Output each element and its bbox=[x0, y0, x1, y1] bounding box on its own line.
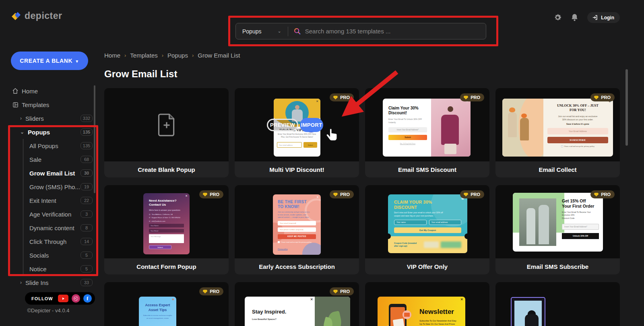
search-input[interactable] bbox=[305, 28, 486, 35]
settings-gear-icon[interactable] bbox=[553, 13, 562, 22]
mockup-line: Up To Date On Our News And Prices bbox=[419, 323, 455, 325]
pro-label: PRO bbox=[601, 192, 611, 197]
close-icon: ✕ bbox=[310, 298, 313, 301]
preview-button[interactable]: PREVIEW bbox=[267, 119, 298, 131]
popup-mockup: ✕ Need Assistance? Contact Us We're here… bbox=[143, 193, 190, 254]
pro-label: PRO bbox=[340, 192, 350, 197]
mockup-form: Your email address Submit bbox=[277, 142, 317, 148]
card-newsletter[interactable]: ✕ Newsletter Subscribe To Our Newsletter… bbox=[365, 282, 489, 326]
close-icon: ✕ bbox=[316, 196, 319, 198]
pro-badge: PRO bbox=[460, 190, 484, 198]
mockup-decor bbox=[520, 118, 529, 140]
import-button[interactable]: IMPORT bbox=[300, 118, 323, 132]
mockup-line: Enter Your Email To Unlock 30% OFF bbox=[388, 118, 422, 120]
card-title: Email Collect bbox=[539, 166, 576, 173]
card-multi-vip-discount[interactable]: PRO ✕ Unlock Your VIP Discount! Enter Yo… bbox=[235, 88, 359, 177]
mockup-decor bbox=[525, 314, 539, 326]
sidebar-item-notice[interactable]: Notice 5 bbox=[23, 262, 97, 276]
mockup-body: Subscribe To Our Newsletter And Stay Up … bbox=[419, 319, 460, 326]
pro-badge: PRO bbox=[590, 93, 615, 101]
breadcrumb-templates[interactable]: Templates bbox=[130, 52, 157, 59]
breadcrumb-home[interactable]: Home bbox=[104, 52, 120, 59]
youtube-icon[interactable] bbox=[58, 295, 68, 302]
mockup-decor bbox=[295, 105, 299, 109]
sidebar-item-sliders[interactable]: › Sliders 332 bbox=[0, 111, 97, 125]
page-scrollbar[interactable] bbox=[625, 69, 628, 146]
sidebar-item-label: Notice bbox=[29, 266, 80, 272]
card-access-expert-asset-tips[interactable]: PRO ⊗ Access Expert Asset Tips Subscribe… bbox=[104, 282, 229, 326]
close-icon: ▪ bbox=[542, 299, 543, 302]
sidebar-item-home[interactable]: Home bbox=[0, 84, 97, 98]
search-category-dropdown[interactable]: Popups ⌄ bbox=[236, 23, 288, 39]
sidebar-item-grow-email-list[interactable]: Grow Email List 30 bbox=[23, 166, 97, 180]
sidebar-item-popups[interactable]: ⌄ Popups 135 bbox=[0, 125, 97, 139]
chevron-right-icon: › bbox=[20, 280, 22, 285]
popup-mockup: ✕ Get 15% Off Your First Order Enter You… bbox=[513, 193, 603, 252]
card-stay-inspired[interactable]: PRO ✕ Stay Inspired. Love Beautiful Spac… bbox=[235, 282, 359, 326]
template-grid: Create Blank Popup PRO ✕ Unlock bbox=[104, 88, 626, 326]
close-icon: ✕ bbox=[185, 194, 188, 197]
mockup-decor bbox=[444, 144, 456, 154]
mockup-photo bbox=[502, 99, 543, 157]
login-button[interactable]: Login bbox=[587, 12, 620, 23]
mockup-line: CLAIM YOUR 30% bbox=[394, 200, 432, 204]
create-a-blank-button[interactable]: CREATE A BLANK▼ bbox=[11, 52, 88, 70]
sidebar-item-exit-intent[interactable]: Exit Intent 22 bbox=[23, 194, 97, 207]
card-email-sms-subscribe[interactable]: PRO ✕ Get 15% Off Your First Order bbox=[495, 185, 620, 274]
pro-badge: PRO bbox=[460, 93, 484, 101]
breadcrumb-popups[interactable]: Popups bbox=[167, 52, 188, 59]
sidebar-item-label: Socials bbox=[29, 252, 80, 259]
sidebar-item-templates[interactable]: Templates bbox=[0, 98, 97, 111]
sidebar-item-label: Popups bbox=[28, 129, 80, 136]
mockup-email-input: Your email address bbox=[277, 142, 302, 148]
mockup-decor bbox=[424, 241, 439, 248]
notifications-bell-icon[interactable] bbox=[571, 13, 578, 22]
mockup-unlock-button: Unlock 15% Off bbox=[562, 233, 599, 239]
dribbble-icon[interactable] bbox=[72, 294, 80, 303]
sidebar-item-grow-sms-phone[interactable]: Grow (SMS) Pho... 19 bbox=[23, 180, 97, 194]
depicter-logo-icon bbox=[11, 10, 22, 21]
pro-badge: PRO bbox=[199, 190, 223, 198]
card-vip-offer-only[interactable]: PRO ⊗ CLAIM YOUR 30% DISCOUNT Don't miss… bbox=[365, 185, 489, 274]
card-email-sms-discount[interactable]: PRO Claim Your 30% Discount! Enter Your … bbox=[365, 88, 489, 177]
pro-label: PRO bbox=[471, 95, 480, 100]
sidebar-item-dynamic-content[interactable]: Dynamic content 8 bbox=[23, 221, 97, 235]
card-footer: Create Blank Popup bbox=[104, 161, 229, 177]
logo-text: depicter bbox=[25, 10, 62, 21]
mockup-line: Subscribe to receive exclusive insights bbox=[143, 314, 172, 316]
mockup-heading: Access Expert Asset Tips bbox=[139, 303, 176, 312]
sidebar-item-click-through[interactable]: Click Through 14 bbox=[23, 235, 97, 248]
mockup-submit-button: Submit bbox=[303, 142, 317, 148]
card-email-collect[interactable]: PRO ⊗ UNLOCK 30% OFF – JUST FOR bbox=[495, 88, 620, 177]
sidebar-item-all-popups[interactable]: All Popups 135 bbox=[23, 139, 97, 153]
pro-label: PRO bbox=[340, 289, 350, 294]
mockup-line: special content — straight to your inbox… bbox=[278, 216, 309, 218]
card-preview: PRO ✕ Unlock Your VIP Discount! Enter Yo… bbox=[235, 88, 359, 161]
close-icon: ⊗ bbox=[172, 298, 174, 301]
mockup-line: Enter Your Email To Receive Your Exclusi… bbox=[562, 211, 591, 216]
depicter-logo[interactable]: depicter bbox=[11, 10, 62, 21]
sidebar-item-label: Templates bbox=[22, 101, 97, 108]
card-preview: ▪ bbox=[495, 282, 620, 326]
sidebar-item-slide-ins[interactable]: › Slide Ins 33 bbox=[0, 276, 97, 289]
sidebar-item-socials[interactable]: Socials 5 bbox=[23, 248, 97, 262]
card-early-access-subscription[interactable]: PRO ✕ BE THE FIRST TO KNOW! Join our com… bbox=[235, 185, 359, 274]
card-create-blank-popup[interactable]: Create Blank Popup bbox=[104, 88, 229, 177]
mockup-line: Contact Us bbox=[149, 203, 166, 206]
mockup-decor bbox=[404, 313, 410, 317]
sidebar-item-label: Sale bbox=[29, 156, 80, 163]
sidebar-scrollbar[interactable] bbox=[94, 85, 95, 193]
sidebar-item-age-verification[interactable]: Age Verification 3 bbox=[23, 207, 97, 221]
mockup-line: UNLOCK 30% OFF – JUST bbox=[557, 104, 599, 107]
sidebar-item-label: Age Verification bbox=[29, 211, 80, 218]
popup-mockup: ✕ Stay Inspired. Love Beautiful Spaces? bbox=[245, 297, 350, 326]
card-untitled-template[interactable]: ▪ bbox=[495, 282, 620, 326]
count-badge: 8 bbox=[80, 224, 93, 231]
search-category-value: Popups bbox=[242, 28, 261, 35]
mockup-line: Subscribe To Our Newsletter And Stay bbox=[419, 320, 456, 322]
mockup-decor bbox=[508, 112, 517, 137]
sidebar-item-sale[interactable]: Sale 68 bbox=[23, 153, 97, 166]
card-contact-form-popup[interactable]: PRO ✕ Need Assistance? Contact Us We're … bbox=[104, 185, 229, 274]
pro-label: PRO bbox=[210, 192, 219, 197]
facebook-icon[interactable]: f bbox=[83, 294, 92, 303]
